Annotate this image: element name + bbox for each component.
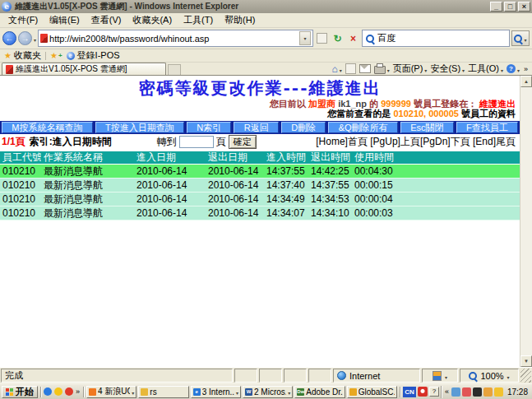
goto-page-input[interactable] [179, 136, 214, 148]
cell-enter-time: 14:37:40 [264, 179, 308, 192]
cell-enter-date: 2010-06-14 [134, 165, 206, 178]
language-indicator[interactable]: CN [403, 387, 416, 397]
search-input[interactable] [377, 34, 506, 44]
start-button[interactable]: 开始 [2, 386, 38, 398]
home-button[interactable]: ⌂ [331, 63, 341, 75]
favorites-button[interactable]: ★ 收藏夹 [4, 49, 41, 62]
action-button[interactable]: D刪除 [281, 122, 326, 133]
resize-grip[interactable] [520, 369, 531, 383]
taskbar-button[interactable]: GlobalSC... [347, 386, 397, 398]
scroll-up-button[interactable]: ▲ [520, 76, 532, 87]
taskbar-button[interactable]: e 3 Intern... [191, 386, 241, 398]
tray-icon[interactable] [494, 387, 503, 397]
menu-bar: 文件(F) 编辑(E) 查看(V) 收藏夹(A) 工具(T) 帮助(H) [0, 13, 532, 28]
menu-item[interactable]: 文件(F) [2, 14, 44, 26]
status-pane [234, 369, 257, 383]
command-overflow-button[interactable]: » [523, 65, 529, 73]
quick-launch-icon[interactable] [44, 387, 52, 396]
table-header-cell: 作業系統名稱 [41, 151, 134, 164]
tray-icon[interactable] [462, 387, 471, 397]
action-button[interactable]: R返回 [234, 122, 278, 133]
close-button[interactable]: × [518, 2, 530, 12]
title-bar: 維護進出V1.05[X-POS 雲通網] - Windows Internet … [0, 0, 532, 13]
tools-menu[interactable]: 工具(O) [468, 63, 503, 75]
menu-item[interactable]: 编辑(E) [44, 14, 86, 26]
action-button[interactable]: T按進入日期查詢 [95, 122, 184, 133]
favorites-bar-link[interactable]: 登錄I-POS [67, 49, 120, 62]
help-tray-icon[interactable]: ? [429, 387, 439, 397]
tray-app-icon[interactable] [418, 387, 428, 397]
back-button[interactable]: ← [2, 31, 16, 45]
taskbar-button-label: Adobe Dr... [306, 387, 342, 397]
action-button[interactable]: M按系統名稱查詢 [2, 122, 93, 133]
table-row[interactable]: 010210 最新消息導航 2010-06-14 2010-06-14 14:3… [0, 206, 520, 220]
menu-item[interactable]: 查看(V) [86, 14, 127, 26]
cell-exit-date: 2010-06-14 [206, 206, 264, 220]
table-header-cell: 員工代號 [0, 151, 41, 164]
confirm-button[interactable]: 確定 [229, 135, 257, 149]
menu-item[interactable]: 收藏夹(A) [127, 14, 178, 26]
add-favorite-button[interactable]: ★+ [50, 51, 62, 60]
chevron-left-icon[interactable]: « [444, 387, 450, 396]
cell-enter-time: 14:34:07 [264, 206, 308, 220]
action-button[interactable]: F查找員工 [456, 122, 518, 133]
cell-exit-time: 14:37:55 [308, 179, 352, 192]
table-row[interactable]: 010210 最新消息導航 2010-06-14 2010-06-14 14:3… [0, 179, 520, 193]
quick-launch-icon[interactable] [54, 387, 62, 396]
history-dropdown-icon[interactable] [34, 34, 36, 44]
action-button[interactable]: &Q刪除所有 [328, 122, 397, 133]
zoom-pane[interactable]: 100% [460, 369, 519, 383]
goto-page-group: 轉到 頁 確定 [157, 135, 257, 149]
menu-item[interactable]: 帮助(H) [219, 14, 261, 26]
maximize-button[interactable]: □ [504, 2, 516, 12]
stop-button[interactable]: × [346, 30, 360, 46]
favorites-label: 收藏夹 [14, 49, 41, 62]
minimize-button[interactable]: _ [490, 2, 502, 12]
tray-icon[interactable] [483, 387, 493, 397]
cell-enter-time: 14:34:49 [264, 193, 308, 206]
app-icon [89, 388, 96, 396]
action-button-strip: M按系統名稱查詢 T按進入日期查詢 N索引 R返回 D刪除 &Q刪除所有 Esc… [0, 121, 520, 134]
vertical-scrollbar[interactable]: ▲ ▼ [520, 76, 532, 367]
page-menu[interactable]: 页面(P) [393, 63, 428, 75]
url-input[interactable] [49, 32, 298, 44]
feed-icon [345, 63, 356, 74]
quick-launch-icon[interactable] [65, 387, 73, 396]
chevron-right-icon[interactable]: » [75, 387, 81, 396]
help-menu[interactable]: ? [507, 64, 520, 74]
action-button[interactable]: N索引 [187, 122, 231, 133]
forward-button[interactable]: → [18, 31, 32, 45]
tray-icon[interactable] [473, 387, 482, 397]
cell-usage-time: 00:00:15 [352, 179, 520, 192]
taskbar-button[interactable]: 4 新浪UC [86, 386, 136, 398]
read-mail-button[interactable] [359, 64, 371, 73]
address-dropdown-button[interactable] [299, 31, 311, 45]
chevron-down-icon [501, 64, 503, 74]
browser-content: 密碼等級更改作業---維護進出 您目前以 加盟商 ik1_np 的 999999… [0, 75, 532, 367]
mail-icon [359, 64, 371, 73]
table-row[interactable]: 010210 最新消息導航 2010-06-14 2010-06-14 14:3… [0, 193, 520, 206]
print-button[interactable] [374, 63, 390, 74]
new-tab-stub[interactable] [168, 64, 181, 75]
safety-menu-label: 安全(S) [430, 63, 460, 75]
action-button[interactable]: Esc關閉 [400, 122, 454, 133]
search-go-button[interactable] [511, 30, 530, 46]
safety-menu[interactable]: 安全(S) [430, 63, 465, 75]
refresh-icon: ↻ [333, 33, 341, 44]
scroll-down-button[interactable]: ▼ [520, 355, 532, 367]
compatibility-view-button[interactable] [315, 30, 329, 46]
refresh-button[interactable]: ↻ [331, 30, 345, 46]
active-tab[interactable]: 維護進出V1.05[X-POS 雲通網] [2, 63, 166, 75]
feeds-button[interactable] [345, 63, 356, 74]
divider [45, 52, 46, 60]
taskbar-button[interactable]: W 2 Micros... [243, 386, 293, 398]
protected-mode-pane[interactable] [422, 369, 458, 383]
taskbar-button[interactable]: rs [138, 386, 188, 398]
cell-enter-time: 14:37:55 [264, 165, 308, 178]
menu-item[interactable]: 工具(T) [178, 14, 219, 26]
taskbar-button[interactable]: Dw Adobe Dr... [294, 386, 345, 398]
table-body: 010210 最新消息導航 2010-06-14 2010-06-14 14:3… [0, 165, 520, 220]
table-row[interactable]: 010210 最新消息導航 2010-06-14 2010-06-14 14:3… [0, 165, 520, 179]
page-number-info: 1/1頁 [2, 135, 25, 149]
tray-icon[interactable] [451, 387, 460, 397]
